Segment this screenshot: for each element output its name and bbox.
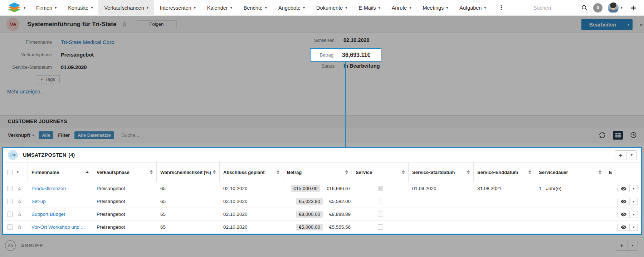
row-actions-cell: ▾ (614, 195, 641, 208)
amount-badge: €15,000.00 (291, 185, 320, 192)
row-star-icon[interactable]: ☆ (17, 198, 22, 205)
search-icon[interactable] (581, 4, 588, 11)
nav-menu-item[interactable]: Dokumente ▾ (311, 0, 353, 16)
preview-eye-icon[interactable] (618, 211, 629, 218)
nav-menu-item-label: Anrufe (392, 5, 407, 11)
column-header-service-startdatum[interactable]: Service-Startdatum (409, 163, 474, 182)
column-header-truncated[interactable]: E (605, 163, 614, 182)
row-menu-button[interactable]: ▾ (629, 224, 637, 231)
column-header-betrag[interactable]: Betrag (283, 163, 352, 182)
chevron-down-icon: ▾ (91, 6, 93, 10)
preview-eye-icon[interactable] (618, 224, 629, 231)
chevron-down-icon: ▾ (633, 226, 634, 229)
chevron-down-icon[interactable]: ▾ (17, 170, 19, 174)
table-row[interactable]: ☆ Support Budget Preisangebot 65 02.10.2… (3, 208, 641, 221)
nav-menu-item[interactable]: Interessenten ▾ (154, 0, 201, 16)
table-row[interactable]: ☆ Vor-Ort Workshop und ... Preisangebot … (3, 221, 641, 234)
row-action-buttons: ▾ (618, 198, 638, 205)
column-label: Abschluss geplant (223, 170, 265, 175)
nav-menu-item[interactable]: Kontakte ▾ (62, 0, 98, 16)
nav-menu-item[interactable]: Kalender ▾ (201, 0, 238, 16)
column-header-service-enddatum[interactable]: Service-Enddatum (474, 163, 535, 182)
select-all-cell: ▾ (3, 163, 28, 182)
row-checkbox[interactable] (7, 199, 13, 204)
row-select-cell: ☆ (3, 208, 28, 220)
nav-menu-item[interactable]: Firmen ▾ (30, 0, 62, 16)
row-actions-cell: ▾ (614, 208, 641, 220)
nav-right-zone: 0 ▾ + (527, 0, 644, 16)
cell-betrag: €5,000.00 €5,555.56 (283, 221, 352, 233)
nav-menu-item[interactable]: Verkaufschancen ▾ (98, 0, 154, 16)
service-checkbox[interactable] (378, 186, 383, 191)
cell-service-startdatum (409, 208, 474, 220)
row-star-icon[interactable]: ☆ (17, 224, 22, 231)
cell-service-startdatum: 01.09.2020 (409, 182, 474, 195)
column-header-service[interactable]: Service (352, 163, 409, 182)
row-menu-button[interactable]: ▾ (629, 198, 637, 205)
table-row[interactable]: ☆ Set-up Preisangebot 65 02.10.2020 €5,0… (3, 195, 641, 208)
row-menu-button[interactable]: ▾ (629, 185, 637, 192)
cell-abschluss-geplant: 02.10.2020 (220, 221, 283, 233)
column-header-abschluss-geplant[interactable]: Abschluss geplant (220, 163, 283, 182)
app-logo[interactable]: ▾ (0, 3, 30, 13)
amount-badge: €5,000.00 (296, 224, 323, 231)
user-menu[interactable]: ▾ (608, 3, 623, 13)
nav-menu-item[interactable]: Anrufe ▾ (386, 0, 417, 16)
chevron-down-icon: ▾ (345, 6, 347, 10)
row-action-buttons: ▾ (618, 224, 638, 231)
preview-eye-icon[interactable] (618, 198, 629, 205)
line-item-link[interactable]: Support Budget (31, 212, 65, 217)
column-header-servicedauer[interactable]: Servicedauer (535, 163, 605, 182)
cell-service (352, 221, 409, 233)
cell-wahrscheinlichkeit: 65 (157, 195, 220, 208)
add-line-item-button[interactable]: + (615, 151, 626, 160)
nav-menu-item-label: Meetings (423, 5, 444, 11)
service-checkbox[interactable] (378, 224, 383, 230)
quick-create-button[interactable]: + (628, 3, 639, 13)
notification-count-badge[interactable]: 0 (593, 3, 602, 13)
cell-truncated (605, 208, 614, 220)
amount-field-highlight[interactable]: Betrag 36,693.11€ (310, 48, 381, 62)
line-item-link[interactable]: Produktlizenzen (31, 186, 66, 191)
row-checkbox[interactable] (7, 212, 13, 217)
row-star-icon[interactable]: ☆ (17, 211, 22, 218)
line-item-link[interactable]: Set-up (31, 199, 46, 204)
global-search-input[interactable] (533, 5, 576, 11)
select-all-checkbox[interactable] (7, 170, 13, 175)
cell-servicedauer: 1 Jahr(e) (535, 182, 605, 195)
amount-badge: €8,000.00 (296, 211, 323, 218)
chevron-down-icon: ▾ (24, 6, 25, 10)
line-item-link[interactable]: Vor-Ort Workshop und ... (31, 224, 85, 230)
row-star-icon[interactable]: ☆ (17, 185, 22, 192)
crm-page: ▾ Firmen ▾ Kontakte ▾ Verkaufschancen ▾ (0, 0, 644, 257)
nav-menu-item[interactable]: Meetings ▾ (417, 0, 454, 16)
nav-menu-item[interactable]: E-Mails ▾ (353, 0, 386, 16)
nav-menu-item[interactable]: Angebote ▾ (273, 0, 311, 16)
nav-menu-item[interactable]: Berichte ▾ (238, 0, 273, 16)
row-checkbox[interactable] (7, 186, 13, 191)
chevron-down-icon: ▾ (621, 6, 623, 10)
column-header-firmenname[interactable]: Firmenname (28, 163, 93, 182)
cell-abschluss-geplant: 02.10.2020 (220, 182, 283, 195)
column-label: Service (356, 170, 372, 175)
cell-abschluss-geplant: 02.10.2020 (220, 195, 283, 208)
service-checkbox[interactable] (378, 212, 383, 217)
kebab-menu-icon[interactable]: ⋮ (492, 4, 511, 11)
nav-menu-item-label: Interessenten (160, 5, 191, 11)
nav-menu-item[interactable]: Aufgaben ▾ (454, 0, 492, 16)
preview-eye-icon[interactable] (618, 185, 629, 192)
row-menu-button[interactable]: ▾ (629, 211, 637, 218)
service-checkbox[interactable] (378, 199, 383, 204)
column-header-wahrscheinlichkeit[interactable]: Wahrscheinlichkeit (%) (157, 163, 220, 182)
table-row[interactable]: ☆ Produktlizenzen Preisangebot 65 02.10.… (3, 182, 641, 195)
row-select-cell: ☆ (3, 182, 28, 195)
column-label: Verkaufsphase (97, 170, 130, 175)
row-checkbox[interactable] (7, 224, 13, 230)
column-header-verkaufsphase[interactable]: Verkaufsphase (93, 163, 157, 182)
sort-icon (467, 170, 470, 174)
row-select-cell: ☆ (3, 221, 28, 233)
cell-servicedauer (535, 221, 605, 233)
amount-converted: €5,555.56 (329, 224, 351, 230)
sort-icon (150, 170, 153, 174)
section-menu-button[interactable]: ▾ (626, 151, 636, 160)
